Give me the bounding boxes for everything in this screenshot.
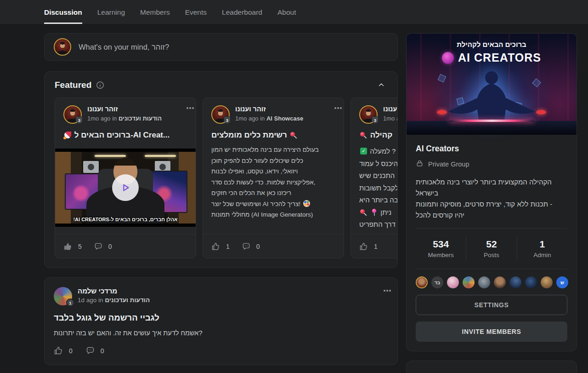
comment-button-icon[interactable] xyxy=(242,242,251,251)
post-body: בעולם היצירה עם בינה מלאכותית יש המון כל… xyxy=(211,144,335,220)
tab-members[interactable]: Members xyxy=(140,0,170,24)
group-info: AI Creators Private Group הקהילה המקצועי… xyxy=(407,135,577,351)
tab-leaderboard[interactable]: Leaderboard xyxy=(222,0,262,24)
post-space[interactable]: AI Showcase xyxy=(266,115,303,122)
comment-count: 0 xyxy=(108,243,112,250)
group-card: ברוכים הבאים לקהילת AI CREATORS AI Creat… xyxy=(406,33,577,351)
studio-light xyxy=(95,155,126,157)
group-stats: 534 Members 52 Posts 1 Admin xyxy=(416,236,567,261)
like-count: 1 xyxy=(226,243,230,250)
member-avatar[interactable] xyxy=(494,276,506,288)
author-name[interactable]: זוהר וענונו xyxy=(87,105,162,113)
level-badge: 3 xyxy=(75,116,83,124)
info-icon[interactable] xyxy=(96,81,104,89)
post-time: 1mo ago in xyxy=(235,115,265,122)
member-avatar-initials[interactable]: בד xyxy=(431,276,443,288)
author-name[interactable]: זוהר וענונו xyxy=(235,105,303,113)
post-author-row: 3 זוהר וענונו 1mo ago in הודעות ועדכונים xyxy=(63,105,187,124)
author-avatar[interactable]: 3 xyxy=(63,105,82,124)
member-avatar[interactable] xyxy=(525,276,537,288)
featured-carousel: 3 זוהר וענונו 1mo ago in הודעות ועדכונים… xyxy=(55,98,397,258)
post-composer[interactable]: What's on your mind, זוהר? xyxy=(44,33,398,61)
brain-icon xyxy=(442,52,454,64)
post-title[interactable]: רשימת כלים מומלצים xyxy=(211,131,335,140)
post-title[interactable]: ברוכים הבאים ל-AI Creat... xyxy=(63,131,187,140)
like-button-icon[interactable] xyxy=(54,346,63,356)
level-badge: 3 xyxy=(371,116,379,124)
member-avatar[interactable] xyxy=(541,276,553,288)
post-body: למעלה ? היכנס ל עמוד התכנים שיש לקבל תשו… xyxy=(359,145,397,231)
post-space[interactable]: הודעות ועדכונים xyxy=(119,115,162,122)
letterbox-bottom xyxy=(55,224,196,227)
stat-label: Members xyxy=(416,252,466,258)
post-time: 1d ago in xyxy=(78,297,103,304)
tab-events[interactable]: Events xyxy=(185,0,207,24)
featured-card-welcome[interactable]: 3 זוהר וענונו 1mo ago in הודעות ועדכונים… xyxy=(55,98,196,258)
post-space[interactable]: הודעות ועדכונים xyxy=(105,297,150,304)
like-button-icon[interactable] xyxy=(359,242,368,251)
featured-title: Featured xyxy=(55,80,91,90)
member-avatar[interactable] xyxy=(463,276,475,288)
group-sidebar: ברוכים הבאים לקהילת AI CREATORS AI Creat… xyxy=(406,33,577,373)
stat-admins[interactable]: 1 Admin xyxy=(517,236,567,261)
body-line: בה ביותר היא xyxy=(359,194,397,207)
chevron-up-icon[interactable] xyxy=(377,81,385,89)
post-title[interactable]: לגביי הרשמה של גוגל בלבד xyxy=(54,313,388,323)
comment-button-icon[interactable] xyxy=(85,346,95,356)
more-options-icon[interactable] xyxy=(187,107,188,109)
engagement-row: 5 0 xyxy=(55,234,196,258)
member-avatar[interactable] xyxy=(509,276,521,288)
author-avatar[interactable]: 1 xyxy=(54,287,72,305)
body-line: בעולם היצירה עם בינה מלאכותית יש המון xyxy=(211,144,335,155)
member-avatar[interactable] xyxy=(478,276,490,288)
invite-members-button[interactable]: INVITE MEMBERS xyxy=(416,321,567,342)
description-line: בישראל xyxy=(416,188,567,199)
stat-label: Posts xyxy=(466,252,516,258)
author-name[interactable]: זוהר וענונו xyxy=(383,105,397,113)
member-avatar[interactable] xyxy=(447,276,459,288)
settings-button[interactable]: SETTINGS xyxy=(416,295,567,315)
author-name[interactable]: מרדכי שלמה xyxy=(78,287,150,295)
post-author-row: 3 זוהר וענונו 1mo ago in AI Showcase xyxy=(211,105,335,124)
body-line: היכנס ל עמוד xyxy=(359,158,397,170)
studio-light xyxy=(145,155,176,157)
comment-count: 0 xyxy=(256,243,260,250)
tab-about[interactable]: About xyxy=(277,0,296,24)
featured-card-community[interactable]: 3 זוהר וענונו 1mo ago in קהילה למעלה ? ה… xyxy=(351,98,397,258)
group-banner-image[interactable]: ברוכים הבאים לקהילת AI CREATORS xyxy=(407,34,577,135)
post-author-row: 3 זוהר וענונו 1mo ago in xyxy=(359,105,397,124)
featured-section: Featured 3 זוהר וענונו xyxy=(44,71,398,268)
body-line: לקבל תשובות xyxy=(359,182,397,195)
author-avatar[interactable]: 3 xyxy=(211,105,230,124)
body-line: ושימושיים שכל יוצר AI צריך להכיר! xyxy=(211,199,335,210)
glow-hand xyxy=(437,110,447,115)
post-time: 1mo ago in xyxy=(383,115,397,122)
feed-post[interactable]: 1 מרדכי שלמה 1d ago in הודעות ועדכונים ל… xyxy=(44,277,398,365)
emoji-icon xyxy=(360,209,367,216)
like-button-icon[interactable] xyxy=(211,242,220,251)
divider xyxy=(416,269,567,269)
video-thumbnail[interactable]: אהלן חברים, ברוכים הבאים ל-AI CREATORS! xyxy=(55,149,196,227)
more-options-icon[interactable] xyxy=(384,290,385,292)
post-title[interactable]: קהילה xyxy=(359,131,397,140)
tab-discussion[interactable]: Discussion xyxy=(44,0,82,24)
member-avatar[interactable] xyxy=(416,276,428,288)
more-options-icon[interactable] xyxy=(334,107,336,109)
featured-card-tools[interactable]: 3 זוהר וענונו 1mo ago in AI Showcase רשי… xyxy=(203,98,344,258)
banner-brand-text: AI CREATORS xyxy=(458,51,541,64)
level-badge: 1 xyxy=(66,298,74,307)
glowing-figure xyxy=(436,69,547,124)
play-button-icon[interactable] xyxy=(112,174,139,201)
author-avatar[interactable]: 3 xyxy=(359,105,378,124)
nav-tabs: Discussion Learning Members Events Leade… xyxy=(44,0,296,24)
video-caption: אהלן חברים, ברוכים הבאים ל-AI CREATORS! xyxy=(55,217,196,222)
group-description: הקהילה המקצועית ביותר ליוצרי בינה מלאכות… xyxy=(416,177,567,221)
stat-members[interactable]: 534 Members xyxy=(416,236,466,261)
like-button-icon[interactable] xyxy=(63,242,73,251)
comment-button-icon[interactable] xyxy=(94,242,103,251)
description-line: יהיו קורסים להכל xyxy=(416,210,567,221)
stat-posts[interactable]: 52 Posts xyxy=(466,236,516,261)
tab-learning[interactable]: Learning xyxy=(97,0,125,24)
top-nav: Discussion Learning Members Events Leade… xyxy=(0,0,588,24)
member-avatar-initials[interactable]: ש xyxy=(556,276,568,288)
